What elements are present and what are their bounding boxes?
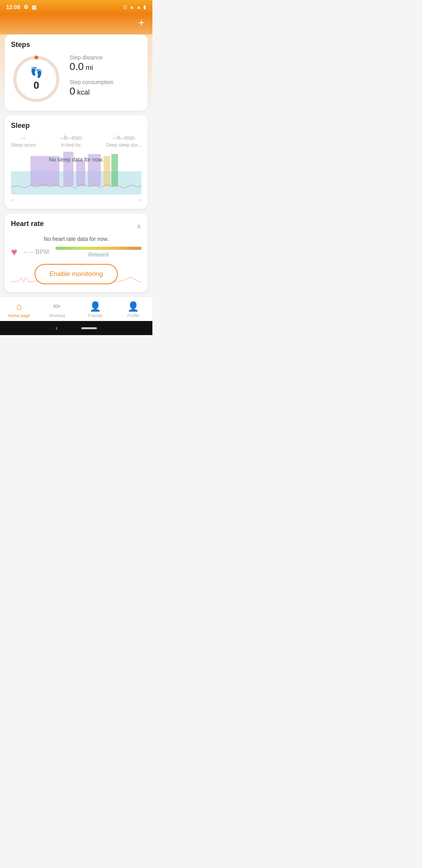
friends-icon: 👤 (89, 301, 101, 312)
nav-item-workout[interactable]: ✏ Workout (38, 301, 77, 318)
status-right: ⊡ ▲ ▲ ▮ (123, 4, 146, 10)
nav-label-profile: Profile (127, 313, 139, 318)
nav-item-home[interactable]: ⌂ Home page (0, 301, 38, 318)
sleep-time-start: -- (11, 197, 14, 203)
heart-bpm-row: ♥ -- -- BPM Relaxed (11, 246, 141, 258)
sleep-deepsleep-label: Deep sleep dur... (106, 142, 141, 148)
sleep-inbed-item: --h--min In bed for (60, 135, 82, 148)
sleep-time-end: -- (138, 197, 141, 203)
cast-icon: ▨ (32, 4, 36, 10)
time-display: 12:08 (6, 4, 20, 10)
step-circle: 👣 0 (11, 54, 62, 104)
step-distance-value: 0.0 mi (70, 61, 141, 73)
sleep-inbed-value: --h--min (60, 135, 82, 142)
sleep-card: Sleep -- Sleep score --h--min In bed for… (5, 115, 148, 209)
profile-icon: 👤 (127, 301, 139, 312)
steps-card: Steps 👣 0 Step distance 0.0 (5, 34, 148, 111)
nav-item-profile[interactable]: 👤 Profile (114, 301, 153, 318)
header: + (0, 14, 152, 34)
sleep-time-row: -- -- (11, 197, 141, 203)
heart-status-label: Relaxed (88, 251, 108, 258)
heart-rate-bar (55, 247, 141, 250)
enable-monitoring-wrap: Enable monitoring (34, 264, 118, 284)
workout-icon: ✏ (53, 301, 61, 312)
settings-icon: ⚙ (23, 4, 29, 10)
add-button[interactable]: + (138, 17, 145, 28)
home-icon: ⌂ (16, 301, 22, 312)
sleep-deepsleep-item: --h--min Deep sleep dur... (106, 135, 141, 148)
sleep-no-data-text: No sleep data for now. (49, 156, 103, 163)
step-consumption-value: 0 kcal (70, 85, 141, 97)
back-button[interactable]: ‹ (55, 325, 57, 332)
heart-icon: ♥ (11, 246, 18, 258)
heart-bpm-value: -- -- BPM (24, 249, 49, 256)
svg-point-2 (34, 56, 38, 59)
status-bar: 12:08 ⚙ ▨ ⊡ ▲ ▲ ▮ (0, 0, 152, 14)
heart-rate-header: Heart rate ∧ (11, 220, 141, 233)
heart-collapse-icon[interactable]: ∧ (136, 222, 141, 231)
step-consumption-row: Step consumption 0 kcal (70, 79, 141, 97)
sleep-deepsleep-value: --h--min (106, 135, 141, 142)
sleep-chart: No sleep data for now. (11, 152, 141, 195)
step-consumption-label: Step consumption (70, 79, 141, 85)
step-count: 0 (34, 79, 39, 91)
signal-icon: ▲ (136, 4, 141, 10)
nav-label-home: Home page (8, 313, 30, 318)
wifi-icon: ▲ (129, 4, 134, 10)
step-stats: Step distance 0.0 mi Step consumption 0 … (70, 54, 141, 104)
heart-no-data-text: No heart rate data for now. (11, 236, 141, 242)
heart-lower-section: Enable monitoring (11, 262, 141, 286)
sleep-score-value: -- (11, 135, 36, 142)
sleep-title: Sleep (11, 122, 141, 130)
enable-monitoring-button[interactable]: Enable monitoring (34, 264, 118, 284)
main-content: Steps 👣 0 Step distance 0.0 (0, 34, 152, 292)
battery-icon: ▮ (143, 4, 146, 10)
nav-label-workout: Workout (49, 313, 65, 318)
nav-item-friends[interactable]: 👤 Friends (76, 301, 114, 318)
android-nav: ‹ (0, 321, 152, 335)
step-distance-label: Step distance (70, 54, 141, 61)
status-left: 12:08 ⚙ ▨ (6, 4, 36, 10)
sleep-wave-svg (11, 177, 141, 193)
heart-status-wrap: Relaxed (55, 247, 141, 258)
heart-rate-card: Heart rate ∧ No heart rate data for now.… (5, 213, 148, 292)
bottom-nav: ⌂ Home page ✏ Workout 👤 Friends 👤 Profil… (0, 297, 152, 321)
cast2-icon: ⊡ (123, 4, 127, 10)
home-pill[interactable] (81, 327, 97, 329)
steps-content: 👣 0 Step distance 0.0 mi Step consumptio… (11, 54, 141, 104)
steps-title: Steps (11, 41, 141, 49)
sleep-meta: -- Sleep score --h--min In bed for --h--… (11, 135, 141, 148)
sleep-score-item: -- Sleep score (11, 135, 36, 148)
sleep-score-label: Sleep score (11, 142, 36, 148)
step-circle-inner: 👣 0 (30, 66, 43, 91)
sleep-inbed-label: In bed for (60, 142, 82, 148)
footsteps-icon: 👣 (30, 66, 43, 79)
nav-label-friends: Friends (88, 313, 102, 318)
step-distance-row: Step distance 0.0 mi (70, 54, 141, 73)
heart-rate-title: Heart rate (11, 220, 44, 228)
